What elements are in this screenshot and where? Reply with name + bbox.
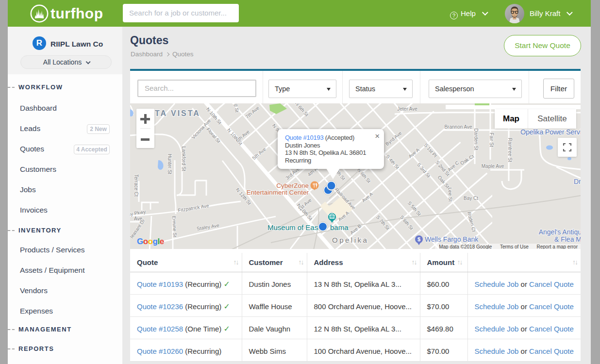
svg-text:N 6th St: N 6th St	[356, 167, 372, 184]
svg-text:bama: bama	[330, 223, 349, 232]
svg-text:S 1st Pl: S 1st Pl	[423, 142, 438, 158]
svg-text:CyberZone: CyberZone	[276, 182, 309, 189]
svg-text:Museum of East A: Museum of East A	[267, 223, 327, 232]
svg-text:7th Ave: 7th Ave	[245, 105, 261, 119]
svg-text:Lee St: Lee St	[447, 187, 453, 201]
svg-text:Wells Fargo Bank: Wells Fargo Bank	[425, 235, 479, 243]
svg-text:Ave B: Ave B	[349, 223, 363, 235]
svg-text:5th Ave: 5th Ave	[251, 146, 267, 161]
svg-text:TA VISTA: TA VISTA	[155, 109, 200, 117]
svg-text:S 7th St: S 7th St	[375, 215, 391, 231]
svg-text:Ave A: Ave A	[407, 147, 420, 159]
svg-text:& Flea M: & Flea M	[554, 235, 581, 243]
svg-text:Ave A: Ave A	[337, 210, 350, 222]
svg-text:Ermine St: Ermine St	[171, 216, 178, 238]
svg-text:Bay Ct: Bay Ct	[464, 196, 478, 201]
svg-text:Opelika: Opelika	[332, 236, 368, 244]
svg-text:Floral St: Floral St	[205, 127, 221, 144]
svg-text:Byrd Ave: Byrd Ave	[384, 130, 403, 147]
svg-text:Oak St: Oak St	[436, 175, 450, 189]
svg-text:Fair St: Fair St	[489, 132, 494, 147]
svg-text:N 6th St: N 6th St	[294, 103, 310, 117]
svg-text:Ave A: Ave A	[361, 191, 374, 203]
svg-text:Roden Ct: Roden Ct	[467, 211, 477, 232]
svg-text:Terrace Ct: Terrace Ct	[133, 174, 139, 197]
svg-text:Raintree St: Raintree St	[507, 138, 513, 162]
svg-text:Entertainment Center: Entertainment Center	[247, 189, 309, 196]
svg-text:Staley Ave: Staley Ave	[196, 222, 220, 231]
svg-text:Maple Ave: Maple Ave	[482, 164, 504, 169]
svg-text:Lankford St: Lankford St	[181, 146, 186, 171]
svg-text:S 3rd St: S 3rd St	[416, 162, 432, 179]
svg-text:Darden St: Darden St	[473, 128, 479, 150]
svg-text:Oak Ct: Oak Ct	[459, 153, 475, 166]
svg-text:Fitzpatrick Ave: Fitzpatrick Ave	[178, 203, 210, 213]
svg-text:Brannon Ave: Brannon Ave	[444, 124, 472, 130]
svg-text:Angel's Antiqu: Angel's Antiqu	[539, 228, 581, 236]
svg-text:g St: g St	[233, 103, 240, 113]
svg-text:Jeter Ave: Jeter Ave	[397, 106, 417, 112]
svg-text:S 6th St: S 6th St	[399, 215, 415, 231]
svg-text:S 5th St: S 5th St	[407, 200, 422, 217]
svg-text:Opelika Power Service: Opelika Power Service	[520, 128, 581, 136]
svg-text:$: $	[417, 236, 420, 242]
svg-text:Hunter St: Hunter St	[167, 154, 172, 174]
svg-text:S 4th St: S 4th St	[385, 154, 400, 170]
svg-text:Dr: Dr	[574, 178, 581, 185]
